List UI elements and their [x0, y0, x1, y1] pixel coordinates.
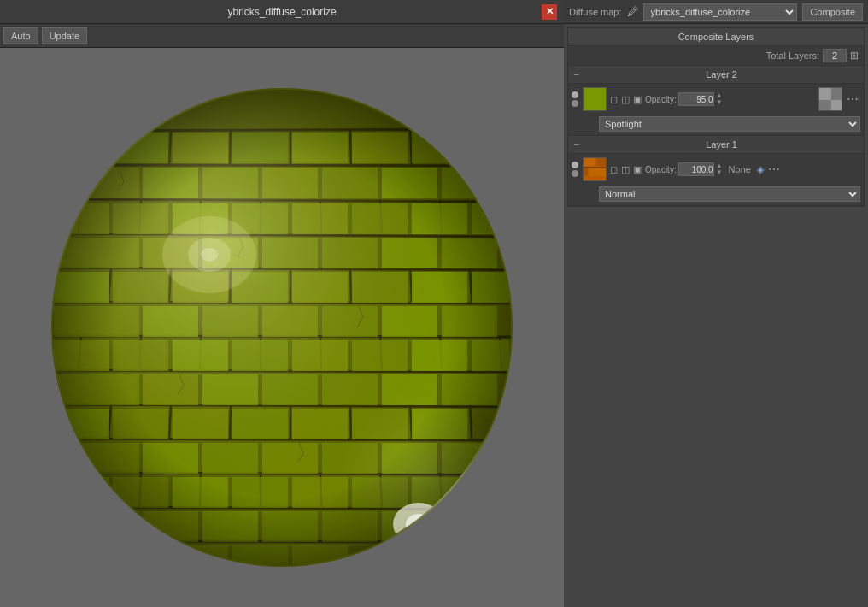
svg-point-154: [53, 90, 511, 565]
svg-line-52: [79, 473, 81, 507]
layer1-options-button[interactable]: ⋯: [766, 162, 782, 176]
update-button[interactable]: Update: [42, 27, 87, 44]
diffuse-map-dropdown[interactable]: ybricks_diffuse_colorize: [643, 3, 798, 21]
layer2-opacity-control: Opacity: ▲ ▼: [645, 92, 723, 106]
svg-rect-134: [54, 477, 109, 508]
diffuse-bar: Diffuse map: 🖉 ybricks_diffuse_colorize …: [564, 0, 868, 24]
total-layers-label: Total Layers:: [766, 50, 819, 61]
diffuse-eyedropper-icon[interactable]: 🖉: [627, 5, 638, 18]
diffuse-map-label: Diffuse map:: [569, 7, 622, 17]
layer1-icon1[interactable]: ◻: [609, 163, 619, 176]
auto-button[interactable]: Auto: [3, 27, 38, 44]
layer1-collapse-button[interactable]: −: [573, 138, 579, 150]
layer1-icons: ◻ ◫ ▣: [609, 163, 642, 176]
layer1-opacity-control: Opacity: ▲ ▼: [645, 162, 723, 176]
layer2-section: − Layer 2 ◻ ◫ ▣: [568, 66, 864, 136]
svg-rect-166: [584, 158, 595, 166]
layer1-extra-icon[interactable]: ◈: [757, 164, 764, 175]
layer2-icon1[interactable]: ◻: [609, 93, 619, 106]
svg-rect-164: [819, 100, 831, 111]
main-container: ybricks_diffuse_colorize ✕ Auto Update: [0, 0, 868, 607]
close-button[interactable]: ✕: [542, 4, 557, 20]
composite-layers-title: Composite Layers: [568, 28, 864, 46]
layer2-controls: ◻ ◫ ▣ Opacity: ▲ ▼: [568, 84, 864, 115]
layer1-opacity-input[interactable]: [678, 162, 714, 176]
window-title: ybricks_diffuse_colorize: [22, 6, 542, 18]
svg-rect-170: [584, 168, 588, 176]
layer1-blend-mode-select[interactable]: Normal Spotlight Multiply Screen: [599, 186, 860, 202]
svg-rect-161: [819, 88, 831, 100]
layer1-opacity-label: Opacity:: [645, 165, 677, 174]
layer2-blend-mode-select[interactable]: Spotlight Normal Multiply Screen: [599, 116, 860, 132]
window-titlebar: ybricks_diffuse_colorize ✕: [0, 0, 564, 24]
layer2-opacity-down[interactable]: ▼: [716, 99, 723, 106]
layer1-none-label: None: [725, 164, 754, 174]
layer1-name: Layer 1: [584, 139, 859, 150]
layer2-texture-thumb[interactable]: [818, 87, 842, 111]
total-layers-input[interactable]: [823, 49, 847, 62]
svg-point-157: [201, 248, 218, 262]
layer2-icon3[interactable]: ▣: [632, 93, 642, 106]
layer2-eye-dot-bottom[interactable]: [572, 100, 578, 107]
svg-rect-163: [831, 88, 842, 100]
svg-rect-60: [54, 133, 109, 163]
layer2-name: Layer 2: [584, 69, 859, 80]
viewport-area: [0, 48, 564, 607]
svg-rect-167: [596, 158, 607, 166]
svg-rect-148: [54, 545, 109, 564]
layer2-opacity-arrows[interactable]: ▲ ▼: [716, 92, 723, 106]
total-layers-add-icon[interactable]: ⊞: [850, 50, 859, 62]
layer2-visibility-dots[interactable]: [572, 91, 578, 107]
layer1-icon2[interactable]: ◫: [620, 163, 630, 176]
svg-line-29: [500, 199, 501, 233]
layer2-opacity-label: Opacity:: [645, 95, 677, 104]
layer2-color-swatch[interactable]: [583, 87, 607, 111]
layer2-blend-row: Spotlight Normal Multiply Screen: [568, 115, 864, 135]
toolbar: Auto Update: [0, 24, 564, 48]
layer1-icon3[interactable]: ▣: [632, 163, 642, 176]
layer1-visibility-dots[interactable]: [572, 162, 578, 177]
composite-button[interactable]: Composite: [802, 3, 863, 21]
svg-rect-162: [831, 100, 842, 111]
layer2-header: − Layer 2: [568, 66, 864, 84]
layer1-header: − Layer 1: [568, 136, 864, 154]
svg-rect-141: [54, 511, 139, 542]
right-panel: Diffuse map: 🖉 ybricks_diffuse_colorize …: [564, 0, 868, 607]
layer2-opacity-input[interactable]: [678, 92, 714, 106]
sphere-render: [51, 88, 513, 567]
layer2-options-button[interactable]: ⋯: [845, 92, 860, 106]
svg-rect-67: [472, 133, 509, 163]
layer1-eye-dot-bottom[interactable]: [572, 170, 578, 177]
svg-rect-149: [113, 545, 168, 564]
svg-point-159: [406, 514, 431, 534]
svg-line-21: [470, 131, 472, 165]
sphere-container: [34, 71, 530, 584]
composite-layers-panel: Composite Layers Total Layers: ⊞ − Layer…: [567, 27, 865, 207]
layer1-eye-dot-top[interactable]: [572, 162, 578, 168]
svg-line-15: [108, 131, 111, 165]
layer2-collapse-button[interactable]: −: [573, 68, 579, 80]
layer2-eye-dot-top[interactable]: [572, 91, 578, 98]
svg-rect-147: [442, 511, 497, 542]
svg-point-158: [393, 503, 444, 545]
total-layers-bar: Total Layers: ⊞: [568, 46, 864, 66]
layer1-opacity-down[interactable]: ▼: [716, 169, 723, 176]
svg-line-59: [500, 473, 501, 507]
svg-rect-168: [584, 167, 607, 168]
left-panel: ybricks_diffuse_colorize ✕ Auto Update: [0, 0, 564, 607]
layer1-controls: ◻ ◫ ▣ Opacity: ▲ ▼ None: [568, 154, 864, 185]
layer1-opacity-arrows[interactable]: ▲ ▼: [716, 162, 723, 176]
svg-rect-169: [589, 168, 607, 176]
bottom-area: [564, 210, 868, 607]
layer1-section: − Layer 1: [568, 136, 864, 206]
layer2-icon2[interactable]: ◫: [620, 93, 630, 106]
layer1-blend-row: Normal Spotlight Multiply Screen: [568, 185, 864, 205]
layer1-color-swatch[interactable]: [583, 157, 607, 181]
layer2-icons: ◻ ◫ ▣: [609, 93, 642, 106]
